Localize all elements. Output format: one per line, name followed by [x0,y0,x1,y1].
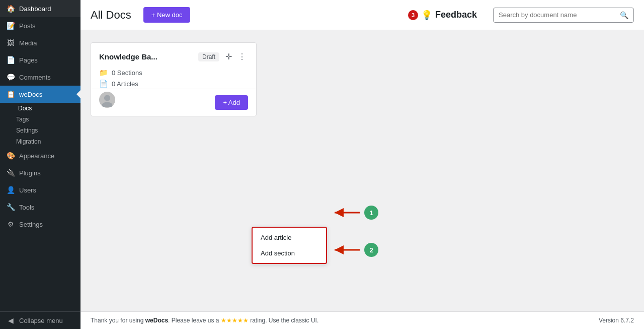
main-content: All Docs + New doc 3 💡 Feedback 🔍 Knowle… [80,0,644,329]
sidebar-item-label: Posts [19,22,36,30]
sidebar-sub-label: Tags [16,116,29,123]
sidebar-sub-label: Settings [16,127,38,134]
pages-icon: 📄 [6,55,15,64]
arrow-indicator-2: 2 [332,243,378,257]
sidebar-item-migration[interactable]: Migration [0,136,80,147]
sidebar-item-pages[interactable]: 📄 Pages [0,51,80,69]
sidebar-item-users[interactable]: 👤 Users [0,181,80,199]
settings-icon: ⚙ [6,220,15,229]
sidebar-item-settings[interactable]: ⚙ Settings [0,216,80,233]
sidebar-item-comments[interactable]: 💬 Comments [0,69,80,86]
sidebar-item-tools[interactable]: 🔧 Tools [0,199,80,216]
doc-actions: ✛ ⋮ [223,51,248,62]
step-1-circle: 1 [364,206,378,220]
sidebar: 🏠 Dashboard 📝 Posts 🖼 Media 📄 Pages 💬 Co… [0,0,80,329]
sections-count: 0 Sections [112,69,142,77]
step-2-circle: 2 [364,243,378,257]
doc-card: Knowledge Ba... Draft ✛ ⋮ 📁 0 Sections 📄… [91,42,257,116]
sidebar-item-label: weDocs [19,91,42,98]
sidebar-item-posts[interactable]: 📝 Posts [0,17,80,34]
arrow-left-1 [332,207,362,219]
page-title: All Docs [91,9,131,22]
sidebar-item-label: Dashboard [19,5,51,13]
sidebar-item-label: Plugins [19,169,41,177]
collapse-label: Collapse menu [19,317,63,324]
sidebar-item-media[interactable]: 🖼 Media [0,34,80,51]
add-btn-wrap: + Add [91,89,256,116]
doc-move-button[interactable]: ✛ [223,51,234,62]
doc-card-header: Knowledge Ba... Draft ✛ ⋮ [99,51,248,62]
sidebar-item-label: Pages [19,56,38,64]
collapse-icon: ◀ [6,316,15,325]
sidebar-item-label: Appearance [19,152,54,160]
footer-before: Thank you for using [91,317,145,324]
sidebar-item-label: Tools [19,204,34,211]
tools-icon: 🔧 [6,203,15,212]
arrow-left-2 [332,244,362,256]
file-icon: 📄 [99,80,108,88]
users-icon: 👤 [6,185,15,194]
doc-title: Knowledge Ba... [99,52,194,61]
sidebar-collapse[interactable]: ◀ Collapse menu [0,311,80,329]
posts-icon: 📝 [6,21,15,30]
feedback-bulb-icon: 💡 [421,10,432,21]
footer: Thank you for using weDocs. Please leave… [80,311,644,329]
sidebar-item-wedocs[interactable]: 📋 weDocs [0,86,80,103]
articles-stat: 📄 0 Articles [99,80,248,88]
new-doc-button[interactable]: + New doc [143,7,191,23]
folder-icon: 📁 [99,69,108,77]
doc-more-button[interactable]: ⋮ [236,51,248,62]
add-section-item[interactable]: Add section [253,245,326,261]
sidebar-item-docs[interactable]: Docs [0,103,80,114]
sidebar-item-label: Comments [19,74,51,81]
footer-stars: ★★★★★ [221,317,249,324]
footer-text: Thank you for using weDocs. Please leave… [91,317,318,324]
wedocs-icon: 📋 [6,90,15,99]
doc-status-badge: Draft [198,52,219,61]
sidebar-item-label: Settings [19,221,43,228]
topbar: All Docs + New doc 3 💡 Feedback 🔍 [80,0,644,30]
search-icon: 🔍 [620,11,628,19]
dropdown-menu: Add article Add section [252,227,327,264]
sidebar-item-appearance[interactable]: 🎨 Appearance [0,147,80,164]
add-button[interactable]: + Add [215,95,248,110]
appearance-icon: 🎨 [6,151,15,160]
sidebar-item-dashboard[interactable]: 🏠 Dashboard [0,0,80,17]
sidebar-item-tags[interactable]: Tags [0,114,80,125]
content-area: Knowledge Ba... Draft ✛ ⋮ 📁 0 Sections 📄… [80,30,644,311]
add-article-item[interactable]: Add article [253,230,326,245]
sidebar-sub-label: Migration [16,138,41,145]
media-icon: 🖼 [6,38,15,47]
sidebar-item-label: Users [19,186,36,194]
footer-after: . Please leave us a [168,317,221,324]
footer-end: rating. Use the classic UI. [249,317,318,324]
footer-brand: weDocs [145,317,168,324]
sections-stat: 📁 0 Sections [99,69,248,77]
arrow-indicator-1: 1 [332,206,378,220]
sidebar-item-settings-sub[interactable]: Settings [0,125,80,136]
search-box: 🔍 [493,8,634,23]
footer-version: Version 6.7.2 [599,317,634,324]
dashboard-icon: 🏠 [6,4,15,13]
plugins-icon: 🔌 [6,168,15,177]
feedback-label: Feedback [435,10,477,20]
sidebar-item-plugins[interactable]: 🔌 Plugins [0,164,80,181]
comments-icon: 💬 [6,73,15,82]
sidebar-item-label: Media [19,39,37,47]
feedback-badge: 3 [408,10,418,20]
feedback-area: 3 💡 Feedback [408,10,477,21]
articles-count: 0 Articles [112,80,138,88]
search-input[interactable] [499,11,617,19]
